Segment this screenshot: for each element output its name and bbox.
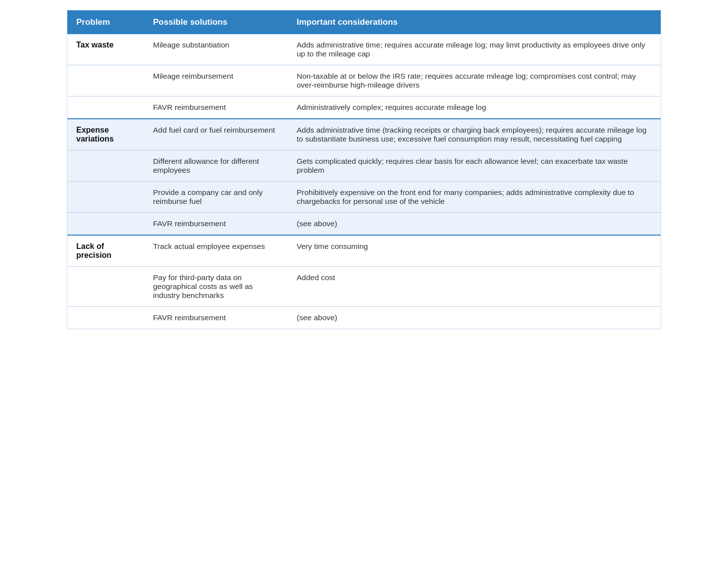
solution-cell: Provide a company car and only reimburse…: [144, 182, 288, 213]
solution-cell: Mileage reimbursement: [144, 65, 288, 97]
consideration-cell: (see above): [288, 307, 661, 329]
consideration-cell: Added cost: [288, 267, 661, 307]
table-row: Different allowance for different employ…: [67, 150, 661, 182]
problem-cell: [67, 182, 144, 213]
consideration-cell: Adds administrative time (tracking recei…: [288, 119, 661, 150]
solutions-table: Problem Possible solutions Important con…: [67, 10, 661, 329]
problem-cell: [67, 97, 144, 119]
table-row: FAVR reimbursement(see above): [67, 213, 661, 236]
main-table-container: Problem Possible solutions Important con…: [67, 10, 661, 329]
problem-cell: Lack ofprecision: [67, 235, 144, 267]
table-header-row: Problem Possible solutions Important con…: [67, 10, 661, 34]
solution-cell: FAVR reimbursement: [144, 97, 288, 119]
problem-cell: Expensevariations: [67, 119, 144, 150]
problem-cell: [67, 267, 144, 307]
problem-cell: [67, 213, 144, 236]
solution-cell: Pay for third-party data on geographical…: [144, 267, 288, 307]
consideration-cell: Very time consuming: [288, 235, 661, 267]
solution-cell: Different allowance for different employ…: [144, 150, 288, 182]
solution-cell: Track actual employee expenses: [144, 235, 288, 267]
problem-cell: Tax waste: [67, 34, 144, 65]
header-considerations: Important considerations: [288, 10, 661, 34]
header-solutions: Possible solutions: [144, 10, 288, 34]
table-row: FAVR reimbursementAdministratively compl…: [67, 97, 661, 119]
solution-cell: Mileage substantiation: [144, 34, 288, 65]
table-row: Tax wasteMileage substantiationAdds admi…: [67, 34, 661, 65]
solution-cell: FAVR reimbursement: [144, 307, 288, 329]
problem-cell: [67, 150, 144, 182]
table-row: FAVR reimbursement(see above): [67, 307, 661, 329]
problem-cell: [67, 307, 144, 329]
consideration-cell: Adds administrative time; requires accur…: [288, 34, 661, 65]
solution-cell: Add fuel card or fuel reimbursement: [144, 119, 288, 150]
solution-cell: FAVR reimbursement: [144, 213, 288, 236]
table-row: Mileage reimbursementNon-taxable at or b…: [67, 65, 661, 97]
table-row: ExpensevariationsAdd fuel card or fuel r…: [67, 119, 661, 150]
header-problem: Problem: [67, 10, 144, 34]
table-row: Provide a company car and only reimburse…: [67, 182, 661, 213]
table-row: Pay for third-party data on geographical…: [67, 267, 661, 307]
consideration-cell: Administratively complex; requires accur…: [288, 97, 661, 119]
problem-cell: [67, 65, 144, 97]
consideration-cell: Prohibitively expensive on the front end…: [288, 182, 661, 213]
consideration-cell: (see above): [288, 213, 661, 236]
consideration-cell: Gets complicated quickly; requires clear…: [288, 150, 661, 182]
table-row: Lack ofprecisionTrack actual employee ex…: [67, 235, 661, 267]
consideration-cell: Non-taxable at or below the IRS rate; re…: [288, 65, 661, 97]
